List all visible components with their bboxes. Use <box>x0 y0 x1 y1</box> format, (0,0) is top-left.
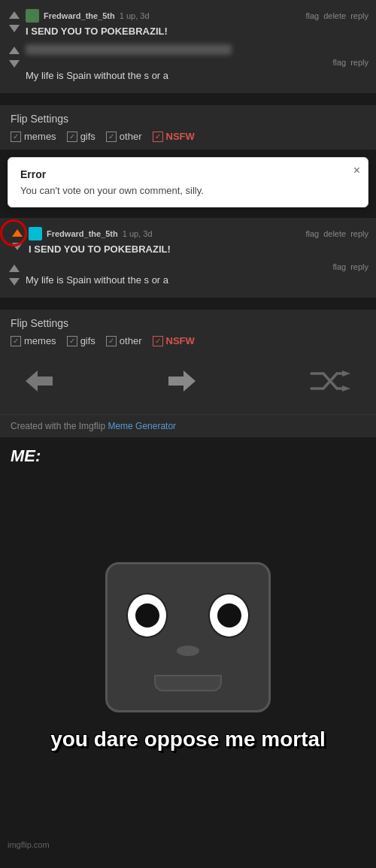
svg-marker-2 <box>342 370 350 377</box>
meta-info-1: 1 up, 3d <box>120 11 150 20</box>
svg-marker-3 <box>342 386 350 392</box>
pupil-left <box>135 603 159 628</box>
mouth <box>154 675 222 691</box>
me-section: ME: <box>0 440 376 476</box>
upvote-btn-third[interactable] <box>8 262 20 274</box>
third-comment-content: flag reply My life is Spain without the … <box>26 262 368 289</box>
memes-check-1: memes <box>11 131 56 142</box>
action-links-1: flag delete reply <box>305 11 368 20</box>
nsfw-checkbox-1[interactable] <box>153 132 163 142</box>
delete-link-bottom[interactable]: delete <box>323 229 346 238</box>
nsfw-label-1: NSFW <box>166 131 195 142</box>
forward-btn[interactable] <box>165 367 199 401</box>
divider-2 <box>0 207 376 212</box>
nsfw-check-2: NSFW <box>153 335 195 346</box>
comment-text-1: I SEND YOU TO POKEBRAZIL! <box>26 24 368 38</box>
flip-title-1: Flip Settings <box>11 113 365 125</box>
up-arrow-orange <box>12 229 23 237</box>
eye-left <box>126 593 168 638</box>
other-label-2: other <box>120 335 142 346</box>
username-bottom: Fredward_the_5th <box>47 229 118 238</box>
forward-arrow-icon <box>165 367 199 395</box>
nsfw-check-1: NSFW <box>153 131 195 142</box>
comment-row-bottom: Fredward_the_5th 1 up, 3d flag delete re… <box>11 224 368 259</box>
other-checkbox-2[interactable] <box>106 336 117 346</box>
downvote-btn-bottom[interactable] <box>11 240 23 253</box>
reply-link-bottom[interactable]: reply <box>350 229 368 238</box>
meme-gen-link[interactable]: Meme Generator <box>108 421 176 431</box>
delete-link-1[interactable]: delete <box>323 11 346 20</box>
top-comment-section: Fredward_the_5th 1 up, 3d flag delete re… <box>0 0 376 93</box>
down-arrow-third <box>9 278 20 286</box>
watermark-text: imgflip.com <box>8 840 50 849</box>
comment-text-bottom: I SEND YOU TO POKEBRAZIL! <box>29 242 368 256</box>
back-btn[interactable] <box>23 367 56 401</box>
other-label-1: other <box>120 131 142 142</box>
other-checkbox-1[interactable] <box>106 132 117 142</box>
comment-row-1: Fredward_the_5th 1 up, 3d flag delete re… <box>8 6 368 41</box>
memes-checkbox-1[interactable] <box>11 132 21 142</box>
meta-info-bottom: 1 up, 3d <box>123 229 153 238</box>
nose <box>177 646 199 656</box>
reply-link-1[interactable]: reply <box>350 11 368 20</box>
face-container <box>105 562 271 712</box>
flag-link-blurred[interactable]: flag <box>332 58 346 67</box>
comment-content-1: Fredward_the_5th 1 up, 3d flag delete re… <box>26 9 368 38</box>
downvote-btn-third[interactable] <box>8 276 20 288</box>
meme-image-area: you dare oppose me mortal <box>15 522 361 792</box>
gifs-label-1: gifs <box>80 131 96 142</box>
upvote-btn-1[interactable] <box>8 9 20 21</box>
meme-caption: you dare oppose me mortal <box>43 727 333 752</box>
avatar-1 <box>26 9 39 23</box>
blurred-row: flag reply My life is Spain without the … <box>8 41 368 87</box>
avatar-bottom <box>29 227 42 240</box>
gifs-check-1: gifs <box>67 131 96 142</box>
gifs-checkbox-1[interactable] <box>67 132 77 142</box>
blurred-line-1 <box>26 44 232 55</box>
third-comment-row: flag reply My life is Spain without the … <box>8 259 368 292</box>
shuffle-btn[interactable] <box>308 366 353 402</box>
divider-3 <box>0 298 376 302</box>
blurred-area: flag reply My life is Spain without the … <box>26 44 368 84</box>
error-close-btn[interactable]: × <box>353 164 360 177</box>
navigation-arrows <box>0 354 376 414</box>
downvote-btn-1[interactable] <box>8 23 20 35</box>
flip-settings-2: Flip Settings memes gifs other NSFW <box>0 310 376 354</box>
checkboxes-2: memes gifs other NSFW <box>11 335 365 346</box>
error-popup: × Error You can't vote on your own comme… <box>8 157 368 207</box>
memes-checkbox-2[interactable] <box>11 336 21 346</box>
flag-link-bottom[interactable]: flag <box>305 229 319 238</box>
nsfw-checkbox-2[interactable] <box>153 336 163 346</box>
other-check-1: other <box>106 131 142 142</box>
vote-col-1 <box>8 9 21 35</box>
flag-link-third[interactable]: flag <box>332 262 346 271</box>
back-arrow-icon <box>23 367 56 395</box>
svg-marker-0 <box>26 370 53 392</box>
flag-link-1[interactable]: flag <box>305 11 319 20</box>
created-text: Created with the Imgflip <box>11 421 105 431</box>
flip-title-2: Flip Settings <box>11 317 365 329</box>
shuffle-icon <box>308 366 353 396</box>
memes-label-2: memes <box>24 335 56 346</box>
eye-right <box>208 593 250 638</box>
reply-link-third[interactable]: reply <box>350 262 368 271</box>
reply-link-blurred[interactable]: reply <box>350 58 368 67</box>
downvote-blurred[interactable] <box>8 58 20 70</box>
divider-1 <box>0 93 376 98</box>
upvote-blurred[interactable] <box>8 44 20 56</box>
vote-col-third <box>8 262 21 288</box>
thomas-container: you dare oppose me mortal <box>0 476 376 837</box>
created-with: Created with the Imgflip Meme Generator <box>0 414 376 437</box>
error-overlay: × Error You can't vote on your own comme… <box>0 157 376 207</box>
nsfw-label-2: NSFW <box>166 335 195 346</box>
action-links-bottom: flag delete reply <box>305 229 368 238</box>
upvote-btn-bottom[interactable] <box>11 227 23 239</box>
other-check-2: other <box>106 335 142 346</box>
down-arrow-icon <box>9 25 20 32</box>
gifs-checkbox-2[interactable] <box>67 336 77 346</box>
vote-col-bottom <box>11 227 24 253</box>
flip-settings-1: Flip Settings memes gifs other NSFW <box>0 105 376 150</box>
svg-marker-1 <box>168 370 196 392</box>
up-arrow-blurred <box>9 47 20 54</box>
third-actions: flag reply <box>26 262 368 271</box>
